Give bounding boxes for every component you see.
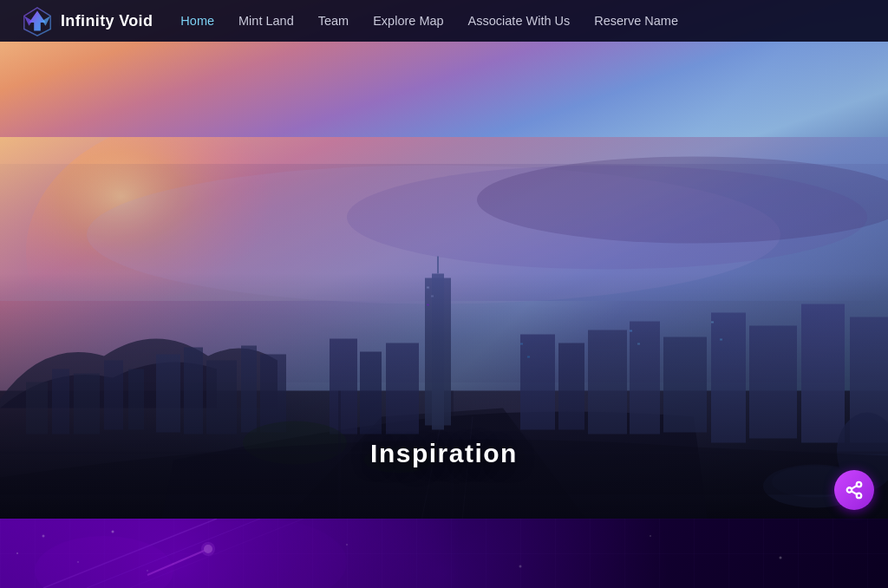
svg-rect-19 — [184, 347, 203, 434]
svg-rect-26 — [330, 338, 357, 434]
svg-point-66 — [650, 535, 651, 537]
svg-rect-21 — [241, 345, 257, 432]
svg-marker-3 — [42, 16, 51, 25]
svg-rect-30 — [558, 343, 584, 429]
svg-rect-15 — [74, 373, 100, 434]
share-button[interactable] — [834, 470, 874, 510]
nav-item-mint-land: Mint Land — [238, 13, 294, 29]
nav-links: HomeMint LandTeamExplore MapAssociate Wi… — [180, 13, 678, 29]
svg-rect-29 — [520, 334, 555, 429]
nav-item-explore-map: Explore Map — [373, 13, 443, 29]
nav-item-reserve-name: Reserve Name — [594, 13, 678, 29]
share-icon — [845, 480, 864, 500]
svg-rect-44 — [431, 295, 434, 297]
brand-logo-icon — [21, 4, 54, 37]
svg-rect-13 — [26, 382, 48, 434]
svg-rect-31 — [588, 330, 627, 434]
svg-rect-47 — [527, 356, 530, 357]
svg-rect-37 — [850, 317, 888, 442]
svg-rect-36 — [801, 304, 845, 442]
svg-rect-18 — [156, 354, 180, 432]
svg-point-65 — [519, 565, 522, 568]
hero-section: Inspiration — [0, 0, 888, 546]
svg-rect-48 — [630, 330, 632, 331]
bottom-strip — [0, 519, 888, 588]
svg-rect-50 — [711, 321, 714, 323]
svg-rect-14 — [52, 369, 69, 434]
svg-point-63 — [16, 552, 18, 554]
svg-rect-45 — [427, 304, 429, 305]
brand-logo-link[interactable]: Infinity Void — [21, 4, 153, 37]
nav-link-team[interactable]: Team — [318, 14, 349, 28]
svg-rect-16 — [104, 360, 123, 429]
svg-point-59 — [42, 535, 45, 538]
svg-rect-28 — [386, 343, 419, 434]
nav-link-home[interactable]: Home — [180, 14, 214, 28]
svg-rect-17 — [128, 369, 144, 429]
navbar: Infinity Void HomeMint LandTeamExplore M… — [0, 0, 888, 42]
svg-rect-46 — [520, 343, 523, 344]
nav-link-associate-with-us[interactable]: Associate With Us — [468, 14, 571, 28]
svg-rect-35 — [749, 325, 797, 438]
svg-rect-20 — [206, 360, 237, 434]
svg-rect-24 — [432, 273, 444, 429]
hero-title: Inspiration — [370, 439, 518, 468]
svg-rect-33 — [663, 336, 707, 432]
svg-rect-27 — [360, 351, 382, 434]
svg-point-10 — [95, 278, 876, 538]
svg-point-41 — [243, 421, 347, 464]
svg-rect-34 — [711, 312, 746, 442]
svg-rect-49 — [637, 343, 640, 344]
nav-link-mint-land[interactable]: Mint Land — [238, 14, 294, 28]
svg-point-67 — [780, 557, 782, 559]
svg-rect-23 — [425, 278, 451, 425]
svg-point-61 — [112, 531, 114, 533]
svg-rect-51 — [720, 338, 722, 340]
bottom-strip-pattern — [0, 519, 888, 588]
city-atmosphere — [0, 164, 888, 382]
svg-rect-32 — [630, 321, 660, 434]
svg-line-77 — [852, 486, 857, 489]
nav-link-reserve-name[interactable]: Reserve Name — [594, 14, 678, 28]
nav-item-home: Home — [180, 13, 214, 29]
nav-item-associate-with-us: Associate With Us — [468, 13, 571, 29]
nav-link-explore-map[interactable]: Explore Map — [373, 14, 443, 28]
svg-rect-43 — [427, 286, 429, 288]
svg-marker-2 — [24, 16, 33, 25]
svg-rect-22 — [260, 354, 286, 432]
svg-line-76 — [852, 491, 857, 494]
nav-item-team: Team — [318, 13, 349, 29]
brand-name-text: Infinity Void — [61, 12, 153, 30]
svg-point-64 — [346, 544, 348, 546]
